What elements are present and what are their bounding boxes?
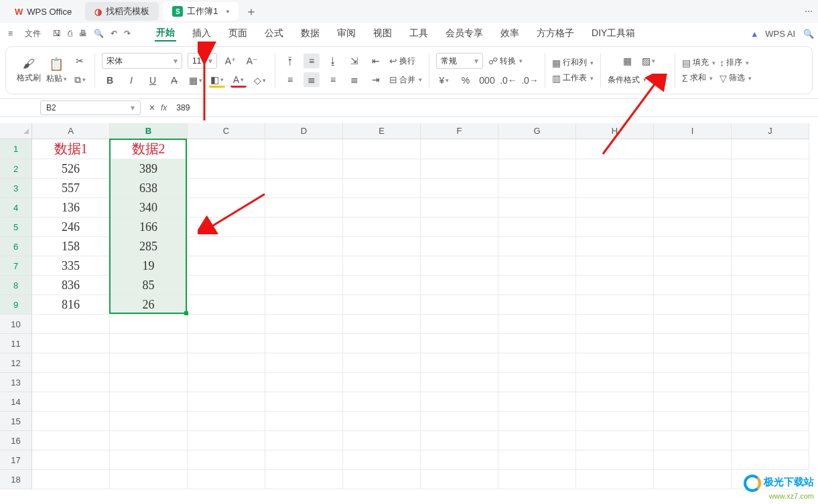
cell[interactable]: [265, 373, 343, 392]
template-tab[interactable]: ◑ 找稻壳模板: [85, 2, 159, 21]
workbook-tab[interactable]: S 工作簿1 •: [163, 2, 238, 21]
row-header[interactable]: 14: [0, 392, 32, 412]
cell[interactable]: [343, 159, 421, 179]
row-header[interactable]: 15: [0, 412, 32, 431]
cell[interactable]: [421, 412, 498, 431]
cell[interactable]: [265, 276, 343, 295]
cell[interactable]: [498, 470, 576, 489]
cell[interactable]: 335: [32, 256, 110, 276]
cell[interactable]: [732, 334, 809, 353]
cell[interactable]: [732, 412, 809, 431]
cell[interactable]: [265, 450, 343, 470]
cell[interactable]: [265, 198, 343, 218]
cell[interactable]: [498, 159, 576, 179]
cell[interactable]: [421, 392, 498, 412]
orientation-icon[interactable]: ⇲: [346, 54, 362, 68]
cell[interactable]: [732, 315, 809, 334]
cell[interactable]: [498, 139, 576, 159]
cell[interactable]: 136: [32, 198, 110, 218]
cell[interactable]: [343, 237, 421, 256]
cell[interactable]: [732, 295, 809, 315]
cell[interactable]: [343, 470, 421, 489]
cell[interactable]: [732, 218, 809, 237]
number-format-select[interactable]: 常规▾: [436, 53, 483, 69]
convert-button[interactable]: ☍转换: [488, 56, 523, 67]
cell[interactable]: [343, 412, 421, 431]
cell[interactable]: [498, 295, 576, 315]
row-header[interactable]: 17: [0, 450, 32, 470]
cell[interactable]: [32, 353, 110, 373]
cell[interactable]: 数据2: [110, 139, 188, 159]
cell[interactable]: [188, 315, 265, 334]
cell[interactable]: [110, 373, 188, 392]
cell[interactable]: 638: [110, 179, 188, 198]
cell[interactable]: [188, 256, 265, 276]
sort-button[interactable]: ↕排序: [720, 57, 752, 68]
row-header[interactable]: 2: [0, 159, 32, 179]
cell[interactable]: [576, 450, 654, 470]
cell[interactable]: [32, 412, 110, 431]
indent-inc-icon[interactable]: ⇥: [368, 72, 384, 87]
cell[interactable]: [732, 179, 809, 198]
cell[interactable]: [654, 139, 732, 159]
cell[interactable]: [188, 334, 265, 353]
row-header[interactable]: 13: [0, 373, 32, 392]
cell[interactable]: [188, 198, 265, 218]
col-header[interactable]: D: [265, 123, 343, 139]
font-size-select[interactable]: 11▾: [188, 53, 217, 69]
cell[interactable]: [110, 392, 188, 412]
redo-icon[interactable]: ↷: [124, 29, 131, 38]
row-header[interactable]: 1: [0, 139, 32, 159]
cell[interactable]: [498, 334, 576, 353]
dec-inc-icon[interactable]: .0←: [500, 73, 517, 88]
cell[interactable]: [732, 450, 809, 470]
cell[interactable]: [732, 159, 809, 179]
cell[interactable]: [732, 353, 809, 373]
cell[interactable]: [576, 179, 654, 198]
cancel-icon[interactable]: ✕: [149, 103, 155, 112]
cell[interactable]: [576, 334, 654, 353]
cell[interactable]: [32, 431, 110, 450]
cell[interactable]: [498, 392, 576, 412]
col-header[interactable]: G: [498, 123, 576, 139]
cell[interactable]: [732, 392, 809, 412]
cell[interactable]: [654, 353, 732, 373]
cell[interactable]: [654, 237, 732, 256]
cell[interactable]: [188, 276, 265, 295]
cell[interactable]: [732, 276, 809, 295]
cell[interactable]: [421, 295, 498, 315]
cell[interactable]: [421, 218, 498, 237]
menu-tab-3[interactable]: 公式: [263, 26, 285, 41]
indent-dec-icon[interactable]: ⇤: [368, 54, 384, 68]
increase-font-icon[interactable]: A⁺: [222, 54, 238, 68]
cell[interactable]: [498, 431, 576, 450]
cell[interactable]: [498, 276, 576, 295]
cell[interactable]: [110, 431, 188, 450]
row-header[interactable]: 5: [0, 218, 32, 237]
col-header[interactable]: A: [32, 123, 110, 139]
cell[interactable]: [32, 315, 110, 334]
cell[interactable]: [343, 198, 421, 218]
cell[interactable]: [576, 315, 654, 334]
fill-button[interactable]: ▤填充: [682, 57, 715, 68]
crop-icon[interactable]: ◰: [652, 72, 668, 87]
align-center-icon[interactable]: ≣: [303, 72, 320, 87]
align-middle-icon[interactable]: ≡: [303, 54, 320, 68]
strike-icon[interactable]: A̶: [166, 73, 182, 88]
cell[interactable]: [576, 412, 654, 431]
cell-style-icon[interactable]: ▨: [640, 54, 657, 68]
cell[interactable]: [265, 470, 343, 489]
cell[interactable]: [32, 392, 110, 412]
align-top-icon[interactable]: ⭱: [282, 54, 298, 68]
cell[interactable]: [188, 179, 265, 198]
cell[interactable]: [265, 139, 343, 159]
dec-dec-icon[interactable]: .0→: [522, 73, 538, 88]
col-header[interactable]: B: [110, 123, 188, 139]
format-painter-button[interactable]: 🖌格式刷: [17, 57, 41, 84]
cell[interactable]: [110, 412, 188, 431]
save-icon[interactable]: 🖫: [53, 29, 61, 38]
cell[interactable]: [576, 295, 654, 315]
cell[interactable]: [732, 256, 809, 276]
cell[interactable]: [498, 353, 576, 373]
cell[interactable]: [654, 334, 732, 353]
